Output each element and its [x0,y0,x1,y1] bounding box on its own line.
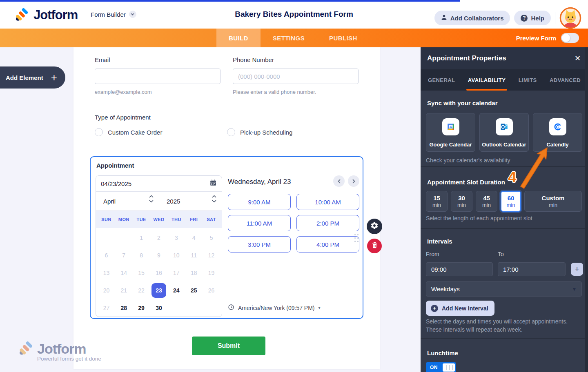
calendar-day[interactable]: 23 [150,281,168,299]
calendar-day[interactable]: 4 [185,229,203,246]
time-slot-button[interactable]: 2:00 PM [296,215,359,231]
timezone-selector[interactable]: America/New York (09:57 PM) ▾ [228,304,321,312]
builder-tab[interactable]: PUBLISH [317,29,370,47]
add-collaborators-button[interactable]: Add Collaborators [434,11,510,25]
chevron-down-icon [149,200,154,203]
selected-date-heading: Wednesday, April 23 [228,178,291,186]
add-interval-plus-button[interactable]: + [571,263,583,276]
app-header: Jotform Form Builder Bakery Bites Appoin… [0,0,588,29]
builder-tab[interactable]: BUILD [216,29,261,47]
year-spinner[interactable] [212,195,216,203]
phone-input[interactable] [233,69,359,84]
panel-tab[interactable]: LIMITS [519,69,537,91]
date-input[interactable] [101,180,183,187]
submit-button[interactable]: Submit [192,337,265,355]
calendar-day[interactable]: 30 [150,299,168,317]
calendar-day[interactable]: 12 [203,246,220,264]
form-builder-menu[interactable]: Form Builder [91,11,136,18]
previous-day-button[interactable] [333,175,345,187]
time-slot-button[interactable]: 3:00 PM [228,236,291,252]
calendar-day[interactable]: 27 [98,299,115,317]
add-new-interval-button[interactable]: + Add New Interval [426,301,494,316]
calendar-day[interactable]: 2 [150,229,168,246]
panel-tab[interactable]: GENERAL [428,69,455,91]
chevron-right-icon [352,179,355,184]
month-spinner[interactable] [149,195,154,203]
calendar-day[interactable]: 8 [133,246,150,264]
add-element-button[interactable]: Add Element + [0,66,65,89]
google-calendar-card[interactable]: 31 Google Calendar [426,113,475,152]
calendar-day[interactable] [203,299,220,317]
calendar-day[interactable]: 15 [133,264,150,281]
time-slot-button[interactable]: 9:00 AM [228,194,291,210]
appointment-widget[interactable]: Appointment April [90,156,363,319]
preview-form-toggle[interactable] [561,33,579,43]
help-button[interactable]: ? Help [514,11,551,25]
month-select[interactable]: April [96,192,159,210]
duration-option[interactable]: 15 min [426,191,448,212]
calendar-day[interactable]: 21 [115,281,133,299]
days-dropdown[interactable]: Weekdays ▼ [426,281,582,297]
calendar-day[interactable]: 25 [185,281,203,299]
calendar-day[interactable]: 24 [167,281,185,299]
calendar-day[interactable]: 14 [115,264,133,281]
calendar-day[interactable]: 17 [167,264,185,281]
calendar-day[interactable]: 18 [185,264,203,281]
calendar-day[interactable]: 11 [185,246,203,264]
outlook-calendar-card[interactable]: Outlook Calendar [479,113,529,152]
calendar-day[interactable]: 29 [133,299,150,317]
chevron-down-icon [129,11,136,18]
close-icon[interactable]: ✕ [575,55,581,62]
calendly-card[interactable]: Calendly [533,113,582,152]
email-input[interactable] [95,69,220,84]
calendar-day[interactable]: 13 [98,264,115,281]
panel-tab[interactable]: AVAILABILITY [468,69,506,91]
builder-tab[interactable]: SETTINGS [261,29,317,47]
calendar-day[interactable] [98,229,115,246]
calendar-day[interactable] [167,299,185,317]
question-icon: ? [521,15,528,22]
radio-option[interactable]: Pick-up Scheduling [227,128,292,136]
duration-option[interactable]: 45 min [476,191,497,212]
from-time-input[interactable] [426,262,493,276]
calendar-day[interactable]: 5 [203,229,220,246]
year-select[interactable]: 2025 [159,192,222,210]
avatar[interactable] [559,7,581,29]
calendar-day[interactable]: 3 [167,229,185,246]
calendar-day[interactable]: 19 [203,264,220,281]
calendar-day[interactable]: 10 [167,246,185,264]
lunchtime-toggle[interactable]: ON [426,362,456,372]
radio-option[interactable]: Custom Cake Order [95,128,162,136]
element-settings-button[interactable] [367,219,382,234]
time-slot-button[interactable]: 11:00 AM [228,215,291,231]
calendar-day[interactable]: 28 [115,299,133,317]
email-helper: example@example.com [95,89,152,95]
calendar-day[interactable]: 1 [133,229,150,246]
drag-handle[interactable] [354,234,360,244]
calendar-day[interactable] [185,299,203,317]
preview-form-control: Preview Form [516,29,579,47]
panel-tab[interactable]: ADVANCED [550,69,581,91]
next-day-button[interactable] [348,175,359,187]
calendar-day[interactable]: 16 [150,264,168,281]
calendar-icon[interactable] [209,179,217,188]
jotform-logo[interactable]: Jotform [15,7,78,23]
duration-option[interactable]: Custom min [524,191,582,212]
phone-helper: Please enter a valid phone number. [233,89,316,95]
calendar-day[interactable] [115,229,133,246]
element-delete-button[interactable] [367,239,382,253]
calendar-day[interactable]: 6 [98,246,115,264]
to-time-input[interactable] [498,262,566,276]
time-slot-button[interactable]: 10:00 AM [296,194,359,210]
duration-option[interactable]: 30 min [451,191,472,212]
time-slot-button[interactable]: 4:00 PM [296,236,359,252]
calendar-day[interactable]: 9 [150,246,168,264]
calendar-day[interactable]: 26 [203,281,220,299]
calendar-day[interactable]: 22 [133,281,150,299]
duration-option[interactable]: 60 min [501,191,521,212]
panel-scrollbar[interactable] [585,47,588,372]
preview-form-label: Preview Form [516,35,556,42]
calendar-day[interactable]: 7 [115,246,133,264]
calendar-day[interactable]: 20 [98,281,115,299]
intervals-caption: Select the days and times you will accep… [426,317,580,334]
